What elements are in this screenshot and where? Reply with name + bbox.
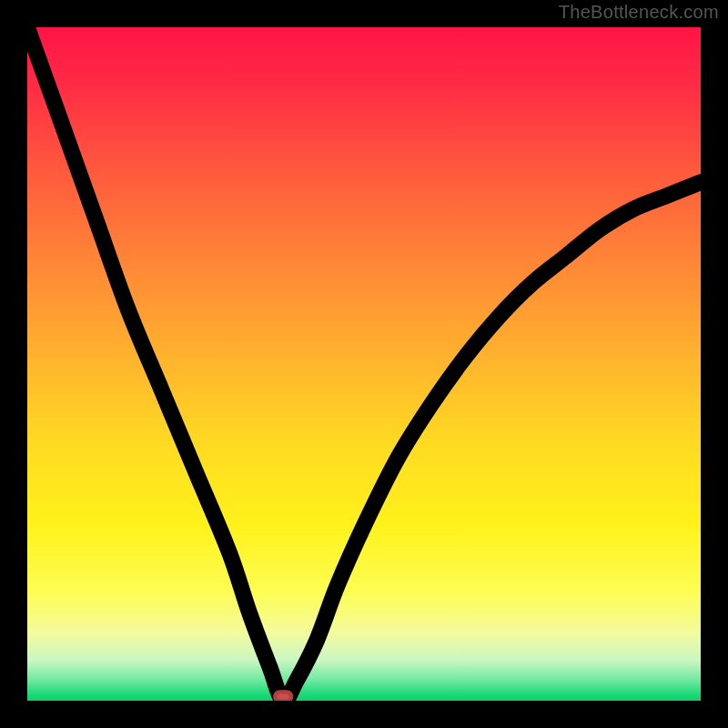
watermark-text: TheBottleneck.com <box>559 2 719 23</box>
curve-svg <box>27 27 701 701</box>
bottleneck-curve <box>27 27 701 701</box>
min-marker <box>275 692 291 701</box>
chart-frame: TheBottleneck.com <box>0 0 728 728</box>
plot-area <box>27 27 701 701</box>
